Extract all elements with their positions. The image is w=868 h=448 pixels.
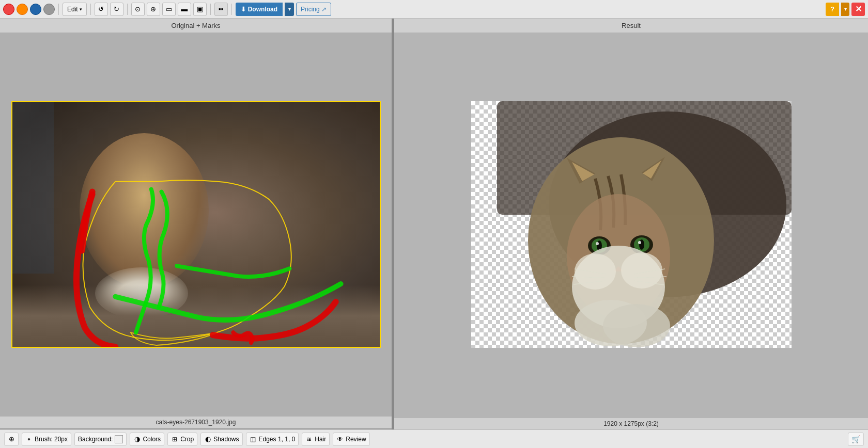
colors-icon [133, 436, 141, 443]
svg-point-27 [603, 304, 670, 347]
right-canvas-area[interactable] [394, 33, 868, 417]
svg-point-11 [596, 242, 599, 245]
main-area: Original + Marks [0, 19, 868, 429]
view-split-btn[interactable]: ▬ [178, 3, 191, 16]
right-panel-title: Result [394, 19, 868, 33]
top-toolbar: Edit ▾ ↺ ↻ ⊙ ⊕ ▭ ▬ ▣ ▪▪ ⬇ Download ▾ Pri… [0, 0, 868, 19]
crop-icon [171, 436, 178, 443]
window-minimize-btn[interactable] [17, 4, 28, 15]
edges-tool[interactable]: Edges 1, 1, 0 [246, 433, 299, 446]
download-dropdown-btn[interactable]: ▾ [285, 3, 294, 16]
divider-5 [231, 4, 232, 15]
cat-background [12, 102, 380, 347]
cursor-icon [8, 436, 15, 443]
window-close-btn[interactable] [3, 4, 14, 15]
edges-label: Edges 1, 1, 0 [259, 436, 296, 443]
toggle-btn[interactable]: ▪▪ [214, 3, 228, 16]
shadows-icon [204, 436, 211, 443]
help-button[interactable]: ? [826, 3, 839, 16]
cat-image-right[interactable] [471, 101, 792, 348]
background-control[interactable]: Background: [74, 433, 127, 446]
left-canvas-area[interactable] [0, 33, 392, 417]
left-panel: Original + Marks [0, 19, 393, 429]
right-dimensions: 1920 x 1275px (3:2) [394, 418, 868, 429]
svg-point-15 [638, 241, 641, 244]
review-icon [336, 436, 344, 443]
redo-btn[interactable]: ↻ [110, 3, 123, 16]
review-label: Review [346, 436, 366, 443]
divider-2 [90, 4, 91, 15]
cat-floor [12, 285, 380, 347]
view-normal-btn[interactable]: ▭ [162, 3, 176, 16]
help-dropdown-btn[interactable]: ▾ [841, 3, 849, 16]
hair-tool[interactable]: Hair [302, 433, 330, 446]
divider-1 [58, 4, 59, 15]
download-icon: ⬇ [241, 6, 246, 13]
cat-image-left[interactable] [11, 101, 381, 348]
zoom-in-btn[interactable]: ⊕ [147, 3, 160, 16]
cart-button[interactable]: 🛒 [848, 433, 864, 446]
crop-label: Crop [180, 436, 194, 443]
hair-label: Hair [315, 436, 326, 443]
background-label: Background: [78, 436, 113, 443]
right-panel: Result [394, 19, 868, 429]
left-panel-title: Original + Marks [0, 19, 392, 33]
svg-point-18 [575, 253, 616, 290]
shadows-tool[interactable]: Shadows [200, 433, 242, 446]
cat-face-light [80, 133, 209, 288]
window-hand-btn[interactable] [43, 4, 55, 15]
cursor-tool[interactable] [4, 433, 19, 446]
bottom-toolbar: Brush: 20px Background: Colors Crop Shad… [0, 429, 868, 448]
colors-tool[interactable]: Colors [130, 433, 164, 446]
edges-icon [250, 436, 257, 443]
result-image [471, 101, 792, 348]
view-full-btn[interactable]: ▣ [193, 3, 207, 16]
edit-button[interactable]: Edit ▾ [63, 3, 87, 16]
shadows-label: Shadows [213, 436, 239, 443]
undo-btn[interactable]: ↺ [95, 3, 108, 16]
svg-point-14 [639, 239, 644, 250]
left-filename: cats-eyes-2671903_1920.jpg [0, 417, 392, 428]
brush-size-control[interactable]: Brush: 20px [22, 433, 71, 446]
review-tool[interactable]: Review [333, 433, 369, 446]
zoom-fit-btn[interactable]: ⊙ [131, 3, 145, 16]
divider-3 [127, 4, 128, 15]
hair-icon [305, 436, 313, 443]
crop-tool[interactable]: Crop [167, 433, 197, 446]
brush-size-label: Brush: 20px [35, 436, 68, 443]
pricing-button[interactable]: Pricing ↗ [296, 3, 331, 16]
background-color-swatch[interactable] [115, 435, 123, 443]
app-close-button[interactable]: ✕ [851, 3, 865, 16]
download-button[interactable]: ⬇ Download [236, 3, 283, 16]
cat-result [471, 101, 792, 348]
cart-icon: 🛒 [851, 435, 860, 443]
divider-4 [210, 4, 211, 15]
brush-icon [25, 436, 33, 443]
window-pen-btn[interactable] [30, 4, 41, 15]
colors-label: Colors [143, 436, 161, 443]
